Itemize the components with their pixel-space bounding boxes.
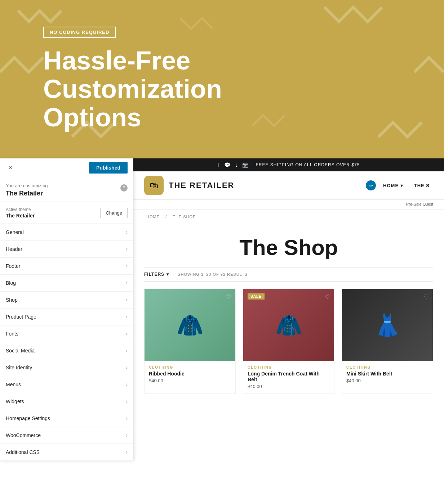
menu-item-product-page[interactable]: Product Page › [0, 309, 133, 325]
help-icon[interactable]: ? [120, 184, 128, 192]
change-theme-button[interactable]: Change [100, 208, 128, 218]
menu-item-label: Fonts [6, 331, 18, 337]
logo-icon: 🛍 [144, 176, 164, 195]
menu-item-site-identity[interactable]: Site Identity › [0, 359, 133, 376]
wishlist-button[interactable]: ♡ [423, 293, 429, 300]
shop-filters: FILTERS ▾ SHOWING 1–20 OF 92 RESULTS [144, 267, 433, 282]
chevron-right-icon: › [126, 398, 128, 405]
customizer-sidebar: × Published You are customizing The Reta… [0, 158, 133, 461]
menu-item-footer[interactable]: Footer › [0, 258, 133, 275]
product-figure: 👗 [342, 289, 433, 361]
chevron-down-icon: ▾ [166, 272, 169, 277]
menu-item-menus[interactable]: Menus › [0, 376, 133, 393]
chevron-right-icon: › [126, 246, 128, 252]
product-name: Ribbed Hoodie [149, 371, 231, 377]
shipping-text: FREE SHIPPING ON ALL ORDERS OVER $75 [256, 162, 360, 167]
chevron-right-icon: › [126, 314, 128, 320]
active-theme-label: Active theme [6, 207, 35, 212]
customize-icon[interactable]: ✏ [366, 180, 376, 190]
menu-item-label: Additional CSS [6, 449, 40, 455]
filters-button[interactable]: FILTERS ▾ [144, 272, 169, 277]
customizer-close-button[interactable]: × [6, 162, 15, 173]
menu-item-label: Social Media [6, 348, 35, 354]
menu-item-blog[interactable]: Blog › [0, 275, 133, 292]
chevron-right-icon: › [126, 347, 128, 354]
results-count: SHOWING 1–20 OF 92 RESULTS [178, 272, 248, 276]
wishlist-button[interactable]: ♡ [226, 293, 231, 300]
chevron-right-icon: › [126, 432, 128, 438]
shop-content: HOME / THE SHOP The Shop FILTERS ▾ SHOWI… [133, 210, 444, 461]
menu-item-social-media[interactable]: Social Media › [0, 342, 133, 359]
menu-item-label: Homepage Settings [6, 415, 50, 421]
chevron-right-icon: › [126, 229, 128, 235]
site-logo-text: THE RETAILER [169, 181, 234, 190]
nav-home[interactable]: HOME ▾ [379, 181, 407, 190]
customizer-header: × Published [0, 158, 133, 177]
active-theme-name: The Retailer [6, 213, 35, 219]
customizing-label: You are customizing [6, 183, 48, 188]
twitter-icon[interactable]: t [236, 162, 237, 168]
product-figure: 🧥 [145, 289, 235, 361]
product-price: $40.00 [149, 378, 231, 383]
product-card: 🧥 ♡ CLOTHING Ribbed Hoodie $40.00 [144, 289, 236, 394]
nav-area: ✏ HOME ▾ THE S [366, 180, 433, 190]
wishlist-button[interactable]: ♡ [325, 293, 330, 300]
breadcrumb-separator: / [165, 215, 167, 219]
breadcrumb: HOME / THE SHOP [144, 210, 433, 224]
product-category: CLOTHING [248, 365, 330, 369]
chevron-right-icon: › [126, 449, 128, 455]
product-info: CLOTHING Long Denim Trench Coat With Bel… [243, 361, 334, 393]
product-card: 🧥 SALE ♡ CLOTHING Long Denim Trench Coat… [243, 289, 334, 394]
product-name: Long Denim Trench Coat With Belt [248, 371, 330, 382]
menu-item-general[interactable]: General › [0, 224, 133, 241]
menu-item-label: Menus [6, 382, 21, 387]
customizer-menu: General › Header › Footer › Blog › Shop … [0, 224, 133, 461]
hero-section: NO CODING REQUIRED Hassle-Free Customiza… [0, 0, 444, 158]
chevron-right-icon: › [126, 415, 128, 422]
main-area: × Published You are customizing The Reta… [0, 158, 444, 461]
menu-item-label: Footer [6, 263, 20, 269]
products-grid: 🧥 ♡ CLOTHING Ribbed Hoodie $40.00 🧥 SALE [144, 289, 433, 394]
breadcrumb-home[interactable]: HOME [146, 215, 160, 219]
top-bar: f 💬 t 📷 FREE SHIPPING ON ALL ORDERS OVER… [133, 158, 444, 171]
facebook-icon[interactable]: f [218, 162, 219, 168]
breadcrumb-current: THE SHOP [173, 215, 196, 219]
menu-item-shop[interactable]: Shop › [0, 292, 133, 309]
messenger-icon[interactable]: 💬 [224, 162, 231, 168]
product-image: 👗 [342, 289, 433, 361]
chevron-right-icon: › [126, 280, 128, 286]
theme-display-name: The Retailer [6, 190, 48, 197]
nav-shop[interactable]: THE S [410, 181, 433, 190]
product-image: 🧥 [145, 289, 235, 361]
menu-item-label: Shop [6, 297, 18, 303]
instagram-icon[interactable]: 📷 [242, 162, 249, 168]
social-icons: f 💬 t 📷 [218, 162, 249, 168]
menu-item-widgets[interactable]: Widgets › [0, 393, 133, 410]
sale-badge: SALE [248, 293, 265, 300]
menu-item-homepage-settings[interactable]: Homepage Settings › [0, 410, 133, 427]
menu-item-label: Product Page [6, 314, 36, 320]
product-category: CLOTHING [149, 365, 231, 369]
menu-item-label: Widgets [6, 399, 24, 404]
menu-item-fonts[interactable]: Fonts › [0, 325, 133, 342]
pre-sale-bar: Pre-Sale Quest [133, 200, 444, 210]
menu-item-header[interactable]: Header › [0, 241, 133, 258]
site-header: 🛍 THE RETAILER ✏ HOME ▾ THE S [133, 171, 444, 200]
product-card: 👗 ♡ CLOTHING Mini Skirt With Belt $40.00 [342, 289, 433, 394]
pre-sale-link[interactable]: Pre-Sale Quest [406, 202, 433, 206]
menu-item-woocommerce[interactable]: WooCommerce › [0, 427, 133, 444]
published-button[interactable]: Published [89, 162, 128, 174]
product-category: CLOTHING [346, 365, 429, 369]
customizing-section: You are customizing The Retailer ? [0, 177, 133, 202]
menu-item-label: Site Identity [6, 365, 32, 370]
menu-item-label: General [6, 229, 24, 235]
menu-item-label: Blog [6, 280, 16, 286]
shop-title: The Shop [144, 224, 433, 267]
product-name: Mini Skirt With Belt [346, 371, 429, 377]
logo-area: 🛍 THE RETAILER [144, 176, 234, 195]
menu-item-label: WooCommerce [6, 432, 41, 438]
product-figure: 🧥 [243, 289, 334, 361]
active-theme-section: Active theme The Retailer Change [0, 202, 133, 224]
menu-item-label: Header [6, 246, 22, 252]
menu-item-additional-css[interactable]: Additional CSS › [0, 444, 133, 461]
